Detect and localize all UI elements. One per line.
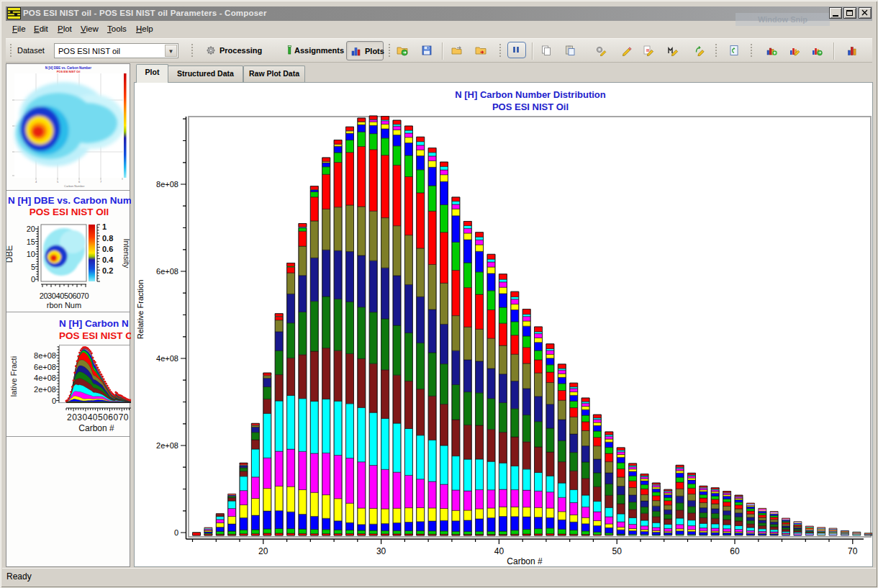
- svg-text:6: 6: [78, 180, 81, 184]
- svg-text:N [H] DBE vs. Carbon Number: N [H] DBE vs. Carbon Number: [8, 195, 131, 206]
- svg-text:1: 1: [102, 222, 107, 231]
- svg-text:DBE: DBE: [6, 245, 14, 263]
- svg-text:20: 20: [258, 546, 268, 556]
- svg-text:Carbon #: Carbon #: [507, 556, 543, 565]
- svg-text:Carbon #: Carbon #: [78, 423, 114, 433]
- svg-text:rbon Num: rbon Num: [47, 301, 81, 309]
- svg-text:N [H] Carbon Number Distributi: N [H] Carbon Number Distribution: [455, 89, 605, 100]
- svg-text:0: 0: [174, 528, 178, 537]
- svg-text:5: 5: [57, 180, 59, 184]
- svg-text:40: 40: [494, 546, 504, 556]
- svg-text:20: 20: [27, 225, 35, 233]
- svg-text:2e+08: 2e+08: [156, 441, 178, 450]
- svg-text:lative Fracti: lative Fracti: [9, 356, 18, 397]
- svg-text:POS ESI NIST OIl: POS ESI NIST OIl: [30, 207, 109, 217]
- svg-text:Intensity: Intensity: [122, 239, 131, 268]
- svg-text:70: 70: [848, 546, 858, 556]
- svg-text:203040506070: 203040506070: [40, 291, 89, 300]
- svg-text:Carbon Number: Carbon Number: [64, 184, 85, 188]
- svg-text:0.8: 0.8: [102, 234, 113, 243]
- svg-text:POS ESI NIST Oil: POS ESI NIST Oil: [492, 101, 569, 112]
- svg-text:0.4: 0.4: [102, 255, 114, 264]
- svg-text:50: 50: [612, 546, 623, 556]
- svg-text:6e+08: 6e+08: [34, 363, 56, 371]
- svg-text:POS ESI NIST O: POS ESI NIST O: [59, 330, 131, 341]
- svg-text:4: 4: [35, 180, 37, 184]
- svg-text:15: 15: [27, 238, 35, 246]
- svg-text:0: 0: [31, 275, 35, 284]
- svg-text:5: 5: [31, 263, 35, 271]
- svg-text:10: 10: [27, 250, 35, 258]
- svg-text:0: 0: [52, 397, 56, 405]
- svg-text:6e+08: 6e+08: [156, 267, 178, 276]
- svg-text:N [H] Carbon N: N [H] Carbon N: [59, 318, 129, 329]
- svg-text:4e+08: 4e+08: [34, 374, 56, 382]
- svg-text:0.2: 0.2: [102, 266, 113, 275]
- svg-text:2e+08: 2e+08: [34, 385, 56, 394]
- svg-text:8e+08: 8e+08: [156, 180, 178, 189]
- svg-text:Relative Fraction: Relative Fraction: [136, 280, 145, 340]
- svg-text:203040506070: 203040506070: [67, 412, 129, 422]
- svg-text:30: 30: [376, 546, 386, 556]
- svg-text:60: 60: [730, 546, 740, 556]
- svg-text:8e+08: 8e+08: [34, 351, 56, 360]
- svg-text:4e+08: 4e+08: [156, 354, 178, 363]
- svg-text:7: 7: [100, 180, 102, 184]
- svg-text:0.6: 0.6: [102, 245, 113, 253]
- svg-text:POS ESI NIST Oil: POS ESI NIST Oil: [57, 70, 81, 73]
